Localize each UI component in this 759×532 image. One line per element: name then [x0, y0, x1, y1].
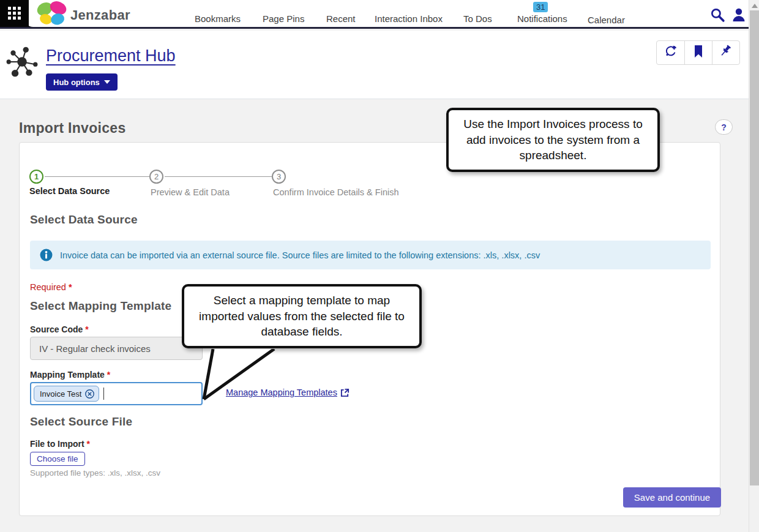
wizard-step-2-label: Preview & Edit Data: [151, 187, 230, 197]
pin-icon: [719, 44, 733, 61]
wizard-connector: [165, 176, 272, 177]
required-asterisk: *: [69, 282, 72, 292]
file-to-import-asterisk: *: [87, 439, 90, 449]
wizard-step-3-label: Confirm Invoice Details & Finish: [273, 187, 399, 197]
wizard-step-1-circle: 1: [29, 170, 43, 184]
application-window: Jenzabar Bookmarks Page Pins Recent Inte…: [0, 0, 759, 532]
hub-title-link[interactable]: Procurement Hub: [46, 47, 176, 66]
text-cursor: [103, 388, 104, 400]
info-banner-text: Invoice data can be imported via an exte…: [60, 250, 540, 260]
nav-item-recent[interactable]: Recent: [326, 13, 356, 24]
mapping-template-input[interactable]: Invoice Test: [30, 382, 203, 405]
bookmark-icon: [692, 45, 705, 61]
nav-item-calendar[interactable]: Calendar: [588, 15, 625, 25]
wizard-connector: [45, 176, 149, 177]
app-launcher-icon: [8, 7, 21, 20]
hub-options-label: Hub options: [53, 78, 100, 87]
chip-remove-icon[interactable]: [85, 389, 94, 399]
notifications-count-badge[interactable]: 31: [533, 2, 548, 12]
file-to-import-label: File to Import *: [30, 439, 90, 449]
hub-network-icon: [5, 45, 39, 81]
import-invoices-tooltip: Use the Import Invoices process to add i…: [446, 108, 660, 172]
info-banner: Invoice data can be imported via an exte…: [30, 241, 711, 269]
chip-label: Invoice Test: [40, 389, 81, 399]
scrollbar-thumb[interactable]: [750, 10, 759, 485]
hub-header: Procurement Hub Hub options: [0, 31, 749, 99]
top-navigation-bar: Jenzabar Bookmarks Page Pins Recent Inte…: [0, 0, 749, 29]
source-code-value: IV - Regular check invoices: [39, 343, 151, 354]
source-code-asterisk: *: [85, 324, 88, 334]
hub-options-button[interactable]: Hub options: [46, 73, 118, 91]
mapping-template-label-text: Mapping Template: [30, 370, 105, 380]
nav-item-notifications[interactable]: Notifications: [517, 13, 567, 24]
select-source-file-heading: Select Source File: [30, 415, 132, 429]
step-3-number: 3: [277, 172, 281, 181]
jenzabar-logo[interactable]: Jenzabar: [35, 1, 130, 30]
butterfly-logo-icon: [35, 1, 69, 30]
file-to-import-label-text: File to Import: [30, 439, 84, 449]
wizard-step-3-circle: 3: [272, 170, 286, 184]
wizard-step-1-label: Select Data Source: [29, 186, 110, 196]
mapping-template-chip: Invoice Test: [34, 386, 99, 402]
user-icon[interactable]: [732, 8, 746, 24]
source-code-label: Source Code *: [30, 324, 89, 334]
tooltip-tail: [184, 349, 275, 404]
page-title: Import Invoices: [19, 120, 125, 137]
nav-item-page-pins[interactable]: Page Pins: [263, 13, 304, 24]
bookmark-button[interactable]: [684, 41, 712, 64]
mapping-template-label: Mapping Template *: [30, 370, 110, 380]
search-icon[interactable]: [710, 7, 725, 25]
nav-item-interaction-inbox[interactable]: Interaction Inbox: [375, 13, 443, 24]
nav-item-bookmarks[interactable]: Bookmarks: [195, 13, 241, 24]
scrollbar-up-arrow[interactable]: [752, 4, 758, 8]
nav-item-to-dos[interactable]: To Dos: [463, 13, 492, 24]
wizard-step-2-circle: 2: [149, 170, 163, 184]
info-icon: [40, 249, 53, 261]
sync-add-button[interactable]: [657, 41, 684, 64]
step-1-number: 1: [34, 172, 39, 181]
save-and-continue-button[interactable]: Save and continue: [623, 487, 721, 508]
required-label: Required: [30, 282, 66, 292]
hub-action-buttons: [656, 40, 740, 65]
source-code-field: IV - Regular check invoices: [30, 337, 203, 360]
help-button[interactable]: ?: [715, 119, 733, 135]
external-link-icon: [340, 388, 350, 397]
choose-file-button[interactable]: Choose file: [30, 452, 85, 466]
vertical-scrollbar[interactable]: [749, 0, 759, 532]
app-launcher-button[interactable]: [0, 0, 29, 27]
sync-add-icon: [664, 44, 678, 61]
supported-file-types-text: Supported file types: .xls, .xlsx, .csv: [30, 468, 160, 478]
caret-down-icon: [104, 80, 110, 84]
select-mapping-template-heading: Select Mapping Template: [30, 299, 171, 313]
required-note: Required *: [30, 282, 72, 292]
source-code-label-text: Source Code: [30, 324, 83, 334]
step-2-number: 2: [154, 172, 159, 181]
pin-button[interactable]: [712, 41, 739, 64]
brand-name: Jenzabar: [70, 7, 130, 23]
select-data-source-heading: Select Data Source: [30, 213, 138, 227]
mapping-template-tooltip: Select a mapping template to map importe…: [182, 284, 422, 348]
mapping-template-asterisk: *: [107, 370, 110, 380]
